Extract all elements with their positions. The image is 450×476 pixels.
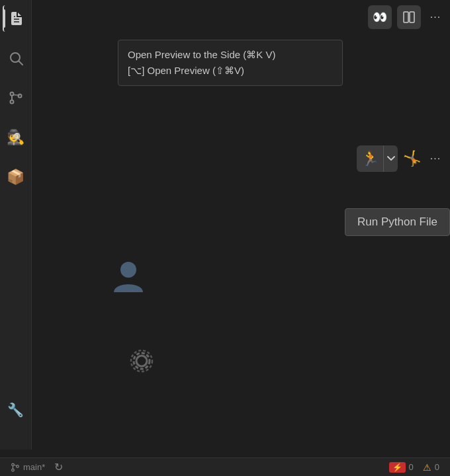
chevron-down-icon [387,156,395,161]
more-actions-button[interactable]: ··· [426,8,445,26]
warnings-item[interactable]: ⚠ 0 [423,462,439,473]
svg-point-6 [10,100,13,104]
error-count: 0 [409,462,414,472]
git-icon [8,90,24,106]
sidebar-item-explorer[interactable] [3,5,29,32]
error-badge: ⚡ [389,462,406,473]
run-more-icon: ··· [430,153,441,165]
preview-tooltip: Open Preview to the Side (⌘K V) [⌥] Open… [118,40,343,86]
run-more-button[interactable]: ··· [426,149,445,168]
run-dropdown-button[interactable] [383,145,398,172]
warning-icon: ⚠ [423,462,431,473]
svg-rect-8 [404,12,408,22]
left-accent [4,9,5,28]
svg-point-10 [120,262,136,278]
svg-point-5 [10,93,13,96]
branch-name: main* [23,462,45,472]
activity-bar: 🕵️ 📦 🔧 [0,0,32,450]
svg-point-16 [17,465,19,467]
sync-icon: ↻ [54,461,63,473]
status-bar: main* ↻ ⚡ 0 ⚠ 0 [0,457,450,476]
run-python-tooltip: Run Python File [345,208,450,236]
editor-toolbar: 👀 ··· [368,5,445,29]
main-content: 👀 ··· Open Preview to the Side (⌘K V) [⌥… [32,0,450,476]
tooltip-line1: Open Preview to the Side (⌘K V) [128,47,333,63]
settings-gear-icon [124,344,159,378]
eyes-button[interactable]: 👀 [368,5,392,29]
wrench-emoji: 🔧 [7,402,24,418]
user-icon-area [111,258,146,299]
svg-line-4 [19,61,22,65]
svg-rect-9 [410,12,414,22]
sidebar-item-extensions[interactable]: 📦 [3,164,29,190]
person-icon [111,258,146,296]
sidebar-item-debug[interactable]: 🕵️ [3,124,29,151]
svg-point-15 [12,469,15,471]
run-python-label: Run Python File [357,216,437,229]
svg-point-11 [136,356,147,366]
detective-emoji: 🕵️ [7,129,24,146]
tooltip-line2: [⌥] Open Preview (⇧⌘V) [128,63,333,79]
files-icon [9,11,24,26]
acrobat-emoji: 🤸 [403,150,421,167]
gear-icon-area [124,344,159,381]
sidebar-item-search[interactable] [3,45,29,71]
branch-icon [11,463,20,472]
run-button-group: 🏃 [357,145,398,172]
sidebar-item-settings[interactable]: 🔧 [3,397,29,423]
errors-item[interactable]: ⚡ 0 [389,462,414,473]
run-python-button[interactable]: 🏃 [357,145,383,172]
sync-item[interactable]: ↻ [54,461,63,473]
warning-count: 0 [435,462,439,472]
split-icon [403,11,415,23]
git-branch-item[interactable]: main* [11,462,45,472]
acrobat-button[interactable]: 🤸 [403,150,421,167]
split-editor-button[interactable] [397,5,421,29]
extensions-emoji: 📦 [7,169,24,186]
run-emoji: 🏃 [361,150,379,167]
search-icon [8,50,24,66]
eyes-emoji: 👀 [373,10,387,24]
more-icon: ··· [430,11,441,23]
sidebar-item-source-control[interactable] [3,85,29,111]
run-toolbar: 🏃 🤸 ··· [357,145,445,172]
svg-point-14 [12,463,15,466]
